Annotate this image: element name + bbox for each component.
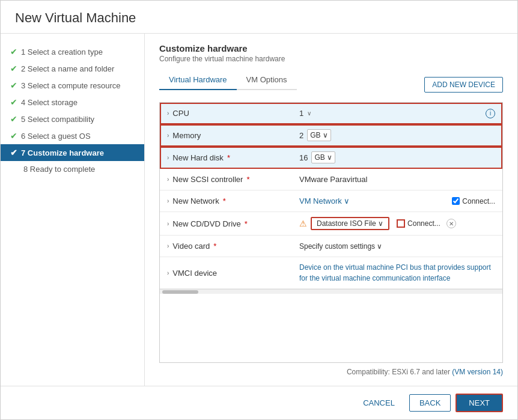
cpu-info-icon[interactable]: i [486,109,495,118]
check-icon: ✔ [10,131,17,141]
memory-unit[interactable]: GB ∨ [307,129,331,141]
hw-row-value-video-card: Specify custom settings ∨ [292,237,502,255]
sidebar-item-step8[interactable]: 8 Ready to complete [1,161,144,177]
dialog-footer: CANCEL BACK NEXT [1,386,517,419]
required-star: * [227,153,230,162]
new-hard-disk-unit[interactable]: GB ∨ [311,151,335,163]
sidebar: ✔1 Select a creation type✔2 Select a nam… [1,34,145,386]
sidebar-item-step5[interactable]: ✔5 Select compatibility [1,111,144,127]
sidebar-item-step3[interactable]: ✔3 Select a compute resource [1,77,144,94]
sidebar-label-step6: 6 Select a guest OS [21,132,91,141]
vmci-description: Device on the virtual machine PCI bus th… [299,262,495,284]
network-connect-label: Connect... [462,197,495,205]
hw-label-text-new-cd-dvd: New CD/DVD Drive [172,219,240,228]
cpu-dropdown[interactable]: ∨ [307,110,311,117]
cd-connect-label: Connect... [407,219,440,228]
tabs: Virtual HardwareVM Options [159,70,297,90]
cd-connect[interactable]: Connect... [397,219,440,228]
hw-row-value-memory: 2GB ∨ [292,124,502,146]
chevron-icon[interactable]: › [167,270,169,276]
cancel-button[interactable]: CANCEL [353,395,404,411]
hw-row-label-memory: ›Memory [160,126,292,145]
section-title: Customize hardware [159,43,503,53]
section-subtitle: Configure the virtual machine hardware [159,55,503,63]
tabs-and-add-btn: Virtual HardwareVM Options ADD NEW DEVIC… [159,70,503,97]
sidebar-item-step7: ✔7 Customize hardware [1,144,144,161]
required-star: * [246,175,249,184]
hw-row-label-new-cd-dvd: ›New CD/DVD Drive * [160,215,292,233]
hw-row-value-cpu: 1 ∨i [292,104,502,123]
hw-row-new-scsi: ›New SCSI controller *VMware Paravirtual [160,169,502,190]
hw-label-text-new-network: New Network [172,196,219,205]
chevron-icon[interactable]: › [167,132,169,139]
chevron-icon[interactable]: › [167,176,169,183]
hw-row-value-new-cd-dvd: ⚠Datastore ISO File ∨Connect...✕ [292,212,502,235]
check-icon: ✔ [10,148,17,157]
chevron-icon[interactable]: › [167,243,169,249]
chevron-icon[interactable]: › [167,154,169,161]
hw-row-vmci: ›VMCI deviceDevice on the virtual machin… [160,257,502,289]
hw-row-label-new-hard-disk: ›New Hard disk * [160,148,292,167]
hw-row-label-new-scsi: ›New SCSI controller * [160,170,292,189]
hw-row-label-cpu: ›CPU [160,104,292,123]
sidebar-item-step1[interactable]: ✔1 Select a creation type [1,43,144,60]
horizontal-scrollbar-thumb[interactable] [162,290,198,294]
chevron-icon[interactable]: › [167,198,169,204]
cd-value-box[interactable]: Datastore ISO File ∨ [311,217,389,230]
hardware-table: ›CPU1 ∨i›Memory2GB ∨›New Hard disk *16GB… [159,102,503,363]
dialog-body: ✔1 Select a creation type✔2 Select a nam… [1,34,517,386]
hw-row-memory: ›Memory2GB ∨ [160,124,502,147]
add-new-device-button[interactable]: ADD NEW DEVICE [424,77,503,93]
main-content: Customize hardware Configure the virtual… [145,34,517,386]
chevron-icon[interactable]: › [167,221,169,227]
cd-close-button[interactable]: ✕ [446,219,456,228]
hw-row-value-new-scsi: VMware Paravirtual [292,170,502,189]
cpu-value: 1 [299,109,303,118]
sidebar-label-step5: 5 Select compatibility [21,115,94,124]
sidebar-label-step2: 2 Select a name and folder [21,64,114,73]
back-button[interactable]: BACK [409,394,451,412]
hw-row-value-new-hard-disk: 16GB ∨ [292,147,502,168]
hw-row-cpu: ›CPU1 ∨i [160,103,502,124]
hw-row-new-cd-dvd: ›New CD/DVD Drive *⚠Datastore ISO File ∨… [160,212,502,236]
horizontal-scrollbar[interactable] [160,289,502,294]
next-button[interactable]: NEXT [456,394,503,412]
sidebar-label-step4: 4 Select storage [21,98,78,107]
memory-value: 2 [299,131,303,140]
check-icon: ✔ [10,81,17,90]
hw-label-text-memory: Memory [172,131,201,140]
check-icon: ✔ [10,97,17,107]
required-star: * [245,219,248,228]
required-star: * [223,196,226,205]
dialog-title: New Virtual Machine [15,10,503,26]
hw-row-value-vmci: Device on the virtual machine PCI bus th… [292,257,502,288]
sidebar-item-step6[interactable]: ✔6 Select a guest OS [1,127,144,144]
cd-warn-icon: ⚠ [299,219,307,228]
cd-connect-checkbox[interactable] [397,219,405,228]
sidebar-label-step3: 3 Select a compute resource [21,81,120,90]
network-value[interactable]: VM Network ∨ [299,196,350,205]
hw-row-label-vmci: ›VMCI device [160,264,292,282]
sidebar-item-step4[interactable]: ✔4 Select storage [1,94,144,111]
check-icon: ✔ [10,114,17,124]
check-icon: ✔ [10,64,17,73]
hw-row-value-new-network: VM Network ∨Connect... [292,192,502,210]
network-connect-checkbox[interactable] [452,197,460,205]
network-connect[interactable]: Connect... [452,197,495,205]
compatibility-text: Compatibility: ESXi 6.7 and later (VM ve… [159,368,503,376]
chevron-icon[interactable]: › [167,110,169,117]
sidebar-label-step8: 8 Ready to complete [23,165,95,174]
sidebar-item-step2[interactable]: ✔2 Select a name and folder [1,60,144,77]
hw-label-text-vmci: VMCI device [172,269,217,278]
tab-vm-options[interactable]: VM Options [237,70,297,90]
tab-virtual-hardware[interactable]: Virtual Hardware [159,70,237,90]
hw-label-text-video-card: Video card [172,242,210,251]
dialog-header: New Virtual Machine [1,1,517,34]
new-scsi-value: VMware Paravirtual [299,175,367,184]
compatibility-link[interactable]: (VM version 14) [452,368,503,376]
check-icon: ✔ [10,47,17,56]
hw-label-text-new-hard-disk: New Hard disk [172,153,224,162]
hw-row-new-network: ›New Network *VM Network ∨Connect... [160,190,502,212]
video-card-value[interactable]: Specify custom settings ∨ [299,242,382,251]
hw-row-new-hard-disk: ›New Hard disk *16GB ∨ [160,147,502,169]
